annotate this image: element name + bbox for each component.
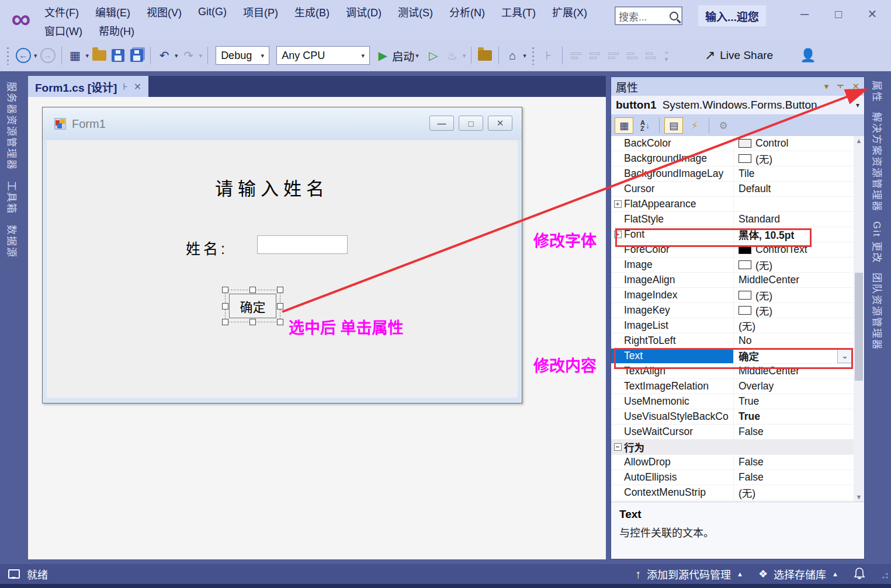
- resize-handle[interactable]: [277, 287, 283, 293]
- property-value[interactable]: False: [734, 455, 854, 469]
- designed-form-client-area[interactable]: 请输入姓名 姓名: 确定: [47, 140, 518, 398]
- live-share-button[interactable]: ↗ Live Share: [705, 48, 773, 63]
- redo-dropdown[interactable]: ▾: [199, 52, 203, 60]
- solution-explorer-home-button[interactable]: ⌂: [504, 46, 521, 65]
- resize-handle[interactable]: [222, 319, 228, 325]
- property-row[interactable]: FlatStyleStandard: [611, 212, 854, 227]
- property-value[interactable]: Standard: [734, 212, 854, 227]
- property-row[interactable]: BackColorControl: [611, 136, 854, 151]
- value-dropdown-icon[interactable]: ⌄: [837, 349, 852, 363]
- object-selector[interactable]: button1 System.Windows.Forms.Button ▾: [611, 96, 864, 115]
- property-value[interactable]: Default: [734, 182, 854, 196]
- menu-item[interactable]: 窗口(W): [36, 22, 91, 39]
- properties-view-button[interactable]: ▤: [664, 117, 683, 134]
- tab-form1-designer[interactable]: Form1.cs [设计] ⊦ ✕: [28, 76, 148, 97]
- property-value[interactable]: True: [734, 394, 854, 409]
- start-debug-label[interactable]: 启动: [392, 48, 414, 64]
- select-repository-button[interactable]: ❖ 选择存储库 ▲: [758, 566, 838, 582]
- property-row[interactable]: AllowDropFalse: [611, 455, 854, 470]
- designed-form[interactable]: Form1 — □ ✕ 请输入姓名 姓名: 确定: [42, 107, 522, 403]
- close-panel-icon[interactable]: ✕: [852, 81, 859, 92]
- find-in-files-button[interactable]: [476, 46, 494, 65]
- resize-grip[interactable]: [879, 570, 889, 579]
- property-row[interactable]: ImageKey(无): [611, 303, 854, 318]
- expand-icon[interactable]: +: [614, 200, 622, 208]
- save-all-button[interactable]: [128, 46, 145, 65]
- menu-item[interactable]: 扩展(X): [544, 3, 595, 20]
- right-tool-tab[interactable]: 团队资源管理器: [871, 273, 885, 350]
- start-debug-button[interactable]: ▶: [374, 46, 391, 65]
- property-pages-button[interactable]: ⚙: [714, 117, 733, 134]
- resize-handle[interactable]: [249, 319, 256, 325]
- property-category-row[interactable]: −行为: [611, 440, 854, 455]
- property-row[interactable]: ImageList(无): [611, 318, 854, 333]
- resize-handle[interactable]: [277, 319, 283, 325]
- align-tops-button[interactable]: [623, 46, 641, 65]
- right-tool-tab[interactable]: 属性: [871, 81, 885, 103]
- resize-handle[interactable]: [222, 303, 228, 309]
- property-row[interactable]: ContextMenuStrip(无): [611, 485, 854, 500]
- property-row[interactable]: BackgroundImageLayTile: [611, 166, 854, 182]
- property-row[interactable]: TextAlignMiddleCenter: [611, 364, 854, 379]
- navigate-forward-button[interactable]: →: [39, 46, 57, 65]
- property-value[interactable]: True: [734, 409, 854, 424]
- toolbox-pin-button[interactable]: ⊦: [540, 46, 557, 65]
- resize-handle[interactable]: [277, 303, 283, 309]
- solution-configuration-select[interactable]: Debug▾: [216, 46, 269, 65]
- property-row[interactable]: ForeColorControlText: [611, 242, 854, 258]
- designed-label-name[interactable]: 姓名:: [186, 237, 228, 258]
- menu-item[interactable]: 分析(N): [441, 3, 493, 20]
- alphabetical-button[interactable]: AZ↓: [636, 117, 654, 134]
- menu-item[interactable]: 帮助(H): [91, 22, 143, 39]
- toolbar-grip[interactable]: [6, 46, 11, 65]
- hot-reload-dropdown[interactable]: ▾: [463, 52, 466, 60]
- scrollbar-thumb[interactable]: [855, 273, 863, 381]
- align-centers-button[interactable]: [586, 46, 604, 65]
- undo-button[interactable]: ↶: [155, 46, 173, 65]
- collapse-icon[interactable]: −: [614, 443, 622, 451]
- left-tool-tab[interactable]: 服务器资源管理器: [5, 82, 20, 171]
- resize-handle[interactable]: [222, 287, 228, 293]
- menu-item[interactable]: 工具(T): [493, 3, 544, 20]
- property-value[interactable]: Tile: [734, 166, 854, 181]
- welcome-badge[interactable]: 输入...迎您: [698, 5, 766, 26]
- property-row[interactable]: BackgroundImage(无): [611, 151, 854, 166]
- window-position-icon[interactable]: ▾: [824, 81, 829, 92]
- menu-item[interactable]: 编辑(E): [87, 3, 138, 20]
- minimize-button[interactable]: ─: [792, 4, 817, 25]
- property-row[interactable]: Image(无): [611, 258, 854, 273]
- menu-item[interactable]: 文件(F): [36, 3, 87, 20]
- property-row[interactable]: AutoEllipsisFalse: [611, 470, 854, 485]
- open-file-button[interactable]: [91, 46, 108, 65]
- property-value[interactable]: Control: [734, 136, 854, 151]
- menu-item[interactable]: 调试(D): [338, 3, 390, 20]
- selection-rect[interactable]: 确定: [225, 290, 280, 322]
- designed-label-heading[interactable]: 请输入姓名: [215, 174, 329, 200]
- pin-icon[interactable]: ⊦: [835, 84, 845, 89]
- menu-item[interactable]: Git(G): [190, 5, 235, 19]
- left-tool-tab[interactable]: 数据源: [5, 225, 20, 258]
- property-row[interactable]: CursorDefault: [611, 182, 854, 197]
- property-row[interactable]: UseWaitCursorFalse: [611, 425, 854, 440]
- property-value[interactable]: (无): [734, 303, 854, 318]
- start-debug-dropdown[interactable]: ▾: [415, 52, 419, 60]
- align-middles-button[interactable]: [642, 46, 660, 65]
- toolbar-overflow-button[interactable]: »▾: [665, 48, 668, 63]
- redo-button[interactable]: ↷: [180, 46, 197, 65]
- expand-icon[interactable]: +: [614, 231, 622, 238]
- left-tool-tab[interactable]: 工具箱: [5, 181, 20, 214]
- property-value[interactable]: (无): [734, 485, 854, 500]
- property-row[interactable]: ImageAlignMiddleCenter: [611, 273, 854, 288]
- hot-reload-button[interactable]: ♨: [443, 46, 461, 65]
- property-value[interactable]: (无): [734, 151, 854, 166]
- property-value[interactable]: (无): [734, 288, 854, 302]
- start-without-debug-button[interactable]: ▷: [425, 46, 442, 65]
- property-value[interactable]: No: [734, 333, 854, 348]
- property-row[interactable]: RightToLeftNo: [611, 333, 854, 349]
- property-row[interactable]: +Font黑体, 10.5pt: [611, 227, 854, 242]
- right-tool-tab[interactable]: 解决方案资源管理器: [871, 112, 885, 212]
- add-to-source-control-button[interactable]: ↑ 添加到源代码管理 ▲: [635, 566, 743, 582]
- menu-item[interactable]: 测试(S): [390, 3, 441, 20]
- new-project-button[interactable]: ▦: [67, 46, 84, 65]
- maximize-button[interactable]: □: [826, 4, 851, 25]
